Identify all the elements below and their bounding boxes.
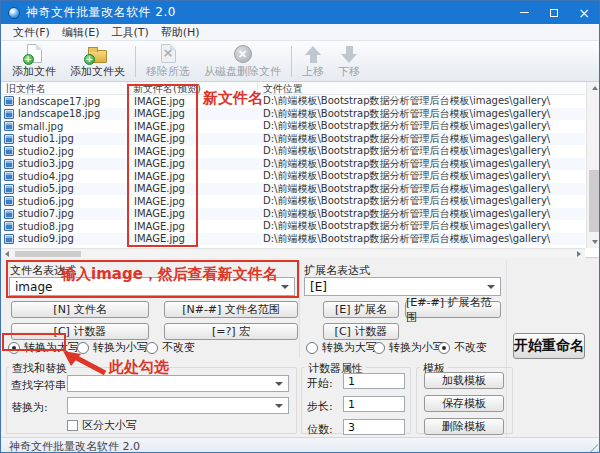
new-file-name: IMAGE.jpg [128,108,258,119]
add-folder-button[interactable]: + 添加文件夹 [63,43,132,80]
counter-step-label: 步长: [307,399,333,414]
menu-item[interactable]: 工具(T) [105,24,154,41]
scroll-left-button[interactable] [1,249,13,258]
chevron-down-icon[interactable] [483,279,499,294]
insert-ext-counter-button[interactable]: [C] 计数器 [323,323,399,340]
move-down-button: 下移 [331,43,367,80]
vertical-scroll-thumb[interactable] [589,170,600,232]
move-up-icon [305,45,321,63]
name-expression-value: image [15,280,52,294]
insert-filename-button[interactable]: [N] 文件名 [11,301,149,318]
column-header-old-name[interactable]: 旧文件名 [1,82,128,94]
new-file-name: IMAGE.jpg [128,183,258,194]
new-file-name: IMAGE.jpg [128,221,258,232]
chevron-down-icon[interactable] [277,279,293,294]
table-row[interactable]: studio7.jpg IMAGE.jpg D:\前端模板\Bootstrap数… [1,208,585,221]
vertical-scrollbar[interactable] [586,82,600,248]
save-template-button[interactable]: 保存模板 [424,395,504,412]
load-template-button[interactable]: 加载模板 [424,372,504,389]
file-path: D:\前端模板\Bootstrap数据分析管理后台模板\images\galle… [258,232,585,246]
insert-counter-button[interactable]: [C] 计数器 [11,323,149,340]
table-row[interactable]: studio5.jpg IMAGE.jpg D:\前端模板\Bootstrap数… [1,183,585,196]
file-list-body: landscape17.jpg IMAGE.jpg D:\前端模板\Bootst… [1,95,585,248]
chevron-down-icon[interactable] [271,399,287,412]
replace-with-combo[interactable] [67,397,289,414]
new-file-name: IMAGE.jpg [128,133,258,144]
old-file-name: landscape18.jpg [18,108,100,119]
move-down-icon [341,45,357,63]
new-file-name: IMAGE.jpg [128,146,258,157]
chevron-down-icon[interactable] [271,377,287,390]
radio-ext-uppercase[interactable]: 转换为大写 [306,340,377,355]
app-window: 神奇文件批量改名软件 2.0 × 文件(F)编辑(E)工具(T)帮助(H) + … [0,0,600,453]
remove-selected-button: × 移除所选 [139,43,197,80]
ext-expression-label: 扩展名表达式 [304,263,370,278]
ext-expression-combo[interactable]: [E] [304,277,501,296]
image-file-icon [4,221,14,231]
table-row[interactable]: small.jpg IMAGE.jpg D:\前端模板\Bootstrap数据分… [1,120,585,133]
image-file-icon [4,96,14,106]
status-text: 神奇文件批量改名软件 2.0 [9,439,140,453]
case-sensitive-checkbox[interactable]: 区分大小写 [67,418,137,433]
toolbar-separator [291,46,292,77]
old-file-name: studio8.jpg [18,221,74,232]
radio-icon [146,342,158,354]
minimize-button[interactable] [509,1,539,24]
file-list-header: 旧文件名 新文件名(预览) 文件位置 [1,82,585,95]
menu-item[interactable]: 文件(F) [7,24,56,41]
table-row[interactable]: landscape17.jpg IMAGE.jpg D:\前端模板\Bootst… [1,95,585,108]
delete-template-button[interactable]: 删除模板 [424,418,504,435]
titlebar: 神奇文件批量改名软件 2.0 × [1,1,599,24]
table-row[interactable]: studio6.jpg IMAGE.jpg D:\前端模板\Bootstrap数… [1,195,585,208]
radio-name-unchanged[interactable]: 不改变 [146,340,195,355]
scroll-down-button[interactable] [587,236,600,248]
insert-extension-range-button[interactable]: [E#-#] 扩展名范围 [405,301,501,318]
table-row[interactable]: studio1.jpg IMAGE.jpg D:\前端模板\Bootstrap数… [1,133,585,146]
statusbar: 神奇文件批量改名软件 2.0 [1,437,599,453]
old-file-name: landscape17.jpg [18,96,100,107]
close-button[interactable]: × [569,1,599,24]
add-file-icon: + [27,44,42,63]
table-row[interactable]: landscape18.jpg IMAGE.jpg D:\前端模板\Bootst… [1,108,585,121]
table-row[interactable]: studio2.jpg IMAGE.jpg D:\前端模板\Bootstrap数… [1,145,585,158]
table-row[interactable]: studio9.jpg IMAGE.jpg D:\前端模板\Bootstrap数… [1,233,585,246]
scroll-right-button[interactable] [573,249,585,258]
table-row[interactable]: studio3.jpg IMAGE.jpg D:\前端模板\Bootstrap数… [1,158,585,171]
counter-digits-input[interactable] [343,419,405,435]
counter-step-input[interactable] [343,396,405,412]
start-rename-button[interactable]: 开始重命名 [513,333,585,359]
resize-grip[interactable] [587,442,598,453]
add-folder-icon: + [88,45,107,63]
counter-start-input[interactable] [343,373,405,389]
menu-item[interactable]: 帮助(H) [155,24,206,41]
maximize-button[interactable] [539,1,569,24]
table-row[interactable]: studio8.jpg IMAGE.jpg D:\前端模板\Bootstrap数… [1,220,585,233]
column-header-path[interactable]: 文件位置 [258,82,585,94]
minimize-icon [520,12,529,13]
horizontal-scroll-thumb[interactable] [15,251,81,257]
new-file-name: IMAGE.jpg [128,196,258,207]
radio-ext-lowercase[interactable]: 转换为小写 [373,340,444,355]
old-file-name: studio4.jpg [18,171,74,182]
window-title: 神奇文件批量改名软件 2.0 [26,4,176,21]
image-file-icon [4,134,14,144]
old-file-name: studio7.jpg [18,208,74,219]
new-file-name: IMAGE.jpg [128,208,258,219]
insert-extension-button[interactable]: [E] 扩展名 [323,301,399,318]
app-icon [8,7,20,19]
image-file-icon [4,184,14,194]
insert-macro-button[interactable]: [=?] 宏 [164,323,298,340]
find-string-combo[interactable] [67,375,289,392]
horizontal-scrollbar[interactable] [1,248,585,258]
radio-icon [438,342,450,354]
old-file-name: studio2.jpg [18,146,74,157]
table-row[interactable]: studio4.jpg IMAGE.jpg D:\前端模板\Bootstrap数… [1,170,585,183]
counter-digits-label: 位数: [307,422,333,437]
radio-ext-unchanged[interactable]: 不改变 [438,340,487,355]
insert-filename-range-button[interactable]: [N#-#] 文件名范围 [164,301,298,318]
add-file-button[interactable]: + 添加文件 [5,43,63,80]
menu-item[interactable]: 编辑(E) [56,24,106,41]
image-file-icon [4,234,14,244]
delete-from-disk-icon: × [234,45,252,63]
scroll-up-button[interactable] [587,82,600,94]
